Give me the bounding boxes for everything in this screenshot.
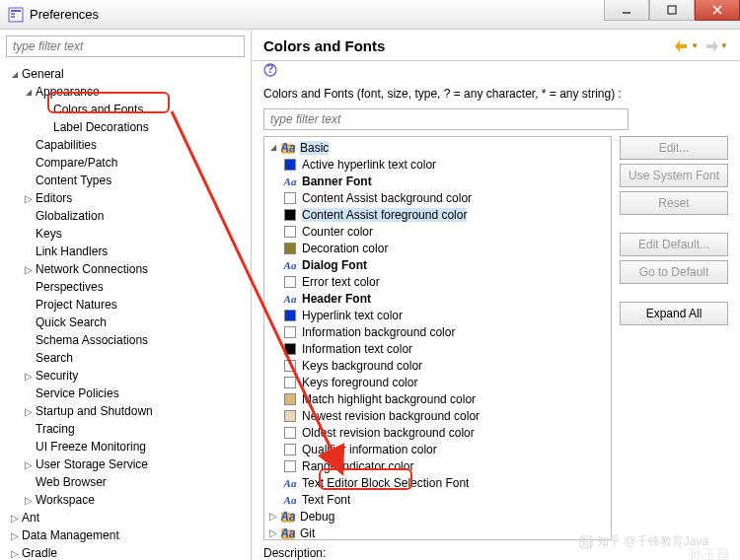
list-item[interactable]: AaText Editor Block Selection Font — [266, 474, 609, 491]
expand-arrow-icon[interactable]: ▷ — [8, 530, 22, 541]
tree-item[interactable]: Project Natures — [4, 296, 247, 314]
edit-default-button[interactable]: Edit Default... — [620, 233, 728, 256]
list-item[interactable]: Information background color — [266, 323, 609, 340]
tree-item-label: Startup and Shutdown — [36, 404, 153, 418]
tree-item[interactable]: Schema Associations — [4, 331, 247, 349]
tree-item[interactable]: Compare/Patch — [4, 154, 247, 172]
maximize-button[interactable] — [649, 0, 695, 21]
tree-item[interactable]: ▷Ant — [4, 509, 247, 526]
list-item[interactable]: Keys foreground color — [266, 374, 609, 390]
list-item-label: Active hyperlink text color — [302, 158, 436, 172]
list-item[interactable]: Newest revision background color — [266, 407, 609, 424]
tree-item[interactable]: Web Browser — [4, 473, 247, 491]
svg-text:?: ? — [266, 63, 273, 76]
list-item[interactable]: Error text color — [266, 273, 609, 290]
expand-arrow-icon[interactable]: ◢ — [8, 70, 22, 79]
tree-item[interactable]: Service Policies — [4, 385, 247, 402]
tree-item[interactable]: ◢General — [4, 65, 247, 83]
tree-item[interactable]: Capabilities — [4, 136, 247, 154]
list-item[interactable]: AaText Font — [266, 491, 609, 508]
folder-icon: Aa — [280, 141, 296, 155]
colors-fonts-list[interactable]: ◢AaBasicActive hyperlink text colorAaBan… — [263, 136, 612, 540]
tree-item[interactable]: Label Decorations — [4, 118, 247, 136]
expand-arrow-icon[interactable]: ▷ — [266, 511, 280, 522]
expand-arrow-icon[interactable]: ▷ — [22, 406, 36, 417]
help-icon[interactable]: ? — [263, 63, 734, 77]
tree-item[interactable]: ▷Network Connections — [4, 260, 247, 278]
list-item[interactable]: ▷AaGit — [266, 525, 609, 540]
tree-item[interactable]: ▷Gradle — [4, 544, 247, 560]
tree-item[interactable]: ▷Workspace — [4, 491, 247, 509]
tree-item[interactable]: Tracing — [4, 420, 247, 438]
tree-item[interactable]: Link Handlers — [4, 243, 247, 260]
tree-item[interactable]: ▷Editors — [4, 189, 247, 207]
list-item[interactable]: Match highlight background color — [266, 390, 609, 407]
tree-item[interactable]: Quick Search — [4, 314, 247, 331]
tree-item-label: Keys — [36, 227, 62, 241]
forward-button[interactable]: ▼ — [704, 40, 728, 52]
list-item-label: Git — [300, 526, 315, 540]
list-item[interactable]: Range indicator color — [266, 457, 609, 474]
tree-item-label: Search — [36, 351, 73, 365]
tree-item[interactable]: Content Types — [4, 172, 247, 189]
expand-arrow-icon[interactable]: ▷ — [266, 527, 280, 538]
expand-arrow-icon[interactable]: ▷ — [22, 459, 36, 470]
expand-arrow-icon[interactable]: ▷ — [8, 548, 22, 559]
window-buttons — [604, 0, 740, 29]
go-to-default-button[interactable]: Go to Default — [620, 260, 728, 284]
reset-button[interactable]: Reset — [620, 191, 728, 215]
tree-item-label: UI Freeze Monitoring — [36, 440, 146, 454]
list-item[interactable]: Counter color — [266, 223, 609, 240]
use-system-font-button[interactable]: Use System Font — [620, 164, 728, 187]
tree-item[interactable]: UI Freeze Monitoring — [4, 438, 247, 455]
tree-item[interactable]: ▷Startup and Shutdown — [4, 402, 247, 420]
list-item[interactable]: AaBanner Font — [266, 173, 609, 189]
list-item[interactable]: Hyperlink text color — [266, 307, 609, 323]
list-item-label: Header Font — [302, 292, 371, 306]
color-swatch-icon — [282, 376, 298, 389]
tree-item[interactable]: Colors and Fonts — [4, 101, 247, 118]
close-button[interactable] — [695, 0, 740, 21]
tree-item[interactable]: ◢Appearance — [4, 83, 247, 101]
tree-item-label: Compare/Patch — [36, 156, 117, 170]
tree-item[interactable]: Search — [4, 349, 247, 367]
back-button[interactable]: ▼ — [675, 40, 699, 52]
list-item[interactable]: Active hyperlink text color — [266, 156, 609, 173]
tree-item[interactable]: ▷Security — [4, 367, 247, 385]
expand-arrow-icon[interactable]: ▷ — [22, 264, 36, 275]
list-item[interactable]: Oldest revision background color — [266, 424, 609, 441]
tree-item[interactable]: Perspectives — [4, 278, 247, 296]
tree-item[interactable]: ▷User Storage Service — [4, 455, 247, 473]
tree-item[interactable]: Keys — [4, 225, 247, 243]
expand-arrow-icon[interactable]: ◢ — [22, 88, 36, 97]
list-item[interactable]: Qualifier information color — [266, 441, 609, 457]
list-item[interactable]: Content Assist background color — [266, 189, 609, 206]
expand-arrow-icon[interactable]: ▷ — [8, 513, 22, 524]
preferences-tree[interactable]: ◢General◢AppearanceColors and FontsLabel… — [0, 63, 251, 560]
expand-arrow-icon[interactable]: ▷ — [22, 495, 36, 506]
right-filter-input[interactable] — [263, 108, 629, 130]
tree-item[interactable]: ▷Data Management — [4, 526, 247, 544]
list-item[interactable]: Keys background color — [266, 357, 609, 374]
folder-icon: Aa — [280, 526, 296, 540]
list-item[interactable]: Information text color — [266, 340, 609, 357]
list-item[interactable]: ◢AaBasic — [266, 139, 609, 156]
tree-item-label: General — [22, 67, 64, 81]
edit-button[interactable]: Edit... — [620, 136, 728, 160]
list-item[interactable]: ▷AaDebug — [266, 508, 609, 525]
tree-item-label: Web Browser — [36, 475, 107, 489]
list-item[interactable]: Content Assist foreground color — [266, 206, 609, 223]
tree-item[interactable]: Globalization — [4, 207, 247, 225]
list-item[interactable]: AaHeader Font — [266, 290, 609, 307]
left-filter-input[interactable] — [6, 35, 245, 57]
font-icon: Aa — [282, 493, 298, 507]
expand-arrow-icon[interactable]: ▷ — [22, 371, 36, 382]
expand-all-button[interactable]: Expand All — [620, 302, 728, 325]
svg-text:Aa: Aa — [281, 526, 295, 540]
expand-arrow-icon[interactable]: ◢ — [266, 143, 280, 152]
color-swatch-icon — [282, 275, 298, 289]
expand-arrow-icon[interactable]: ▷ — [22, 193, 36, 204]
list-item[interactable]: Decoration color — [266, 240, 609, 256]
minimize-button[interactable] — [604, 0, 649, 21]
list-item[interactable]: AaDialog Font — [266, 256, 609, 273]
